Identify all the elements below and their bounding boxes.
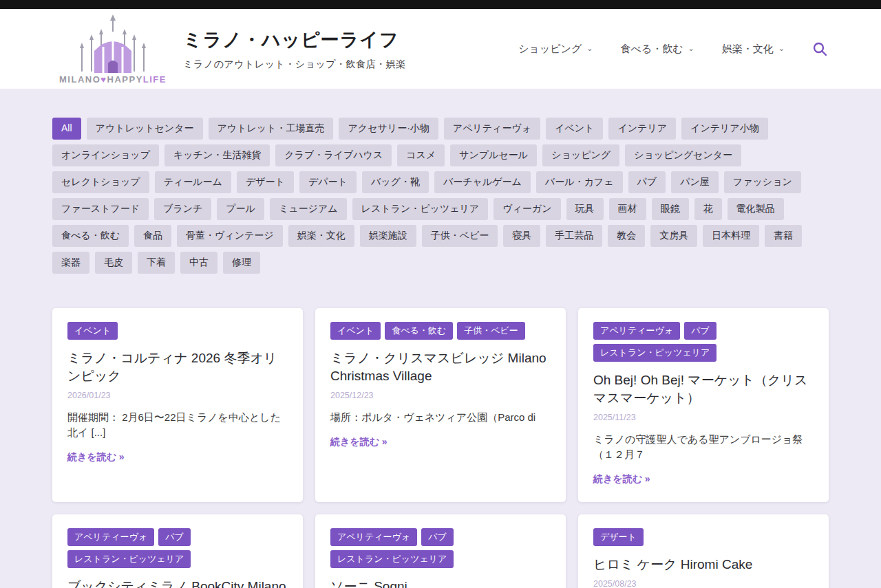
filter-chip[interactable]: ファッション [724,171,801,193]
filter-chip[interactable]: 毛皮 [95,252,132,274]
filter-chip[interactable]: インテリア小物 [681,118,768,140]
post-card: イベント ミラノ・コルティナ 2026 冬季オリンピック 2026/01/23 … [52,308,303,502]
filter-chip[interactable]: アペリティーヴォ [444,118,540,140]
post-tag[interactable]: アペリティーヴォ [67,528,154,546]
filter-chip[interactable]: サンプルセール [450,144,537,166]
post-title[interactable]: ミラノ・クリスマスビレッジ Milano Christmas Village [330,349,551,384]
read-more-link[interactable]: 続きを読む » [67,451,125,464]
filter-chip[interactable]: クラブ・ライブハウス [275,144,392,166]
post-tag[interactable]: レストラン・ピッツェリア [67,550,191,568]
filter-chip[interactable]: 下着 [138,252,175,274]
post-date: 2025/11/23 [593,413,636,422]
filter-chip[interactable]: 手工芸品 [546,225,602,247]
filter-chip[interactable]: ブランチ [154,198,211,220]
filter-chip[interactable]: 画材 [609,198,646,220]
post-title[interactable]: ヒロミ ケーク Hiromi Cake [593,556,752,574]
filter-chip[interactable]: バール・カフェ [536,171,623,193]
filter-chip[interactable]: 玩具 [566,198,604,220]
filter-chip[interactable]: イベント [546,118,603,140]
post-date: 2025/08/23 [593,579,637,588]
post-tag[interactable]: 食べる・飲む [385,322,453,340]
chevron-down-icon: ⌄ [778,44,785,52]
post-tag[interactable]: レストラン・ピッツェリア [330,550,454,568]
filter-chip[interactable]: アウトレットセンター [87,118,203,140]
nav-item-label: 食べる・飲む [621,43,683,54]
read-more-link[interactable]: 続きを読む » [330,436,388,448]
filter-chip[interactable]: アクセサリー·小物 [339,118,438,140]
post-tag[interactable]: パブ [421,528,454,546]
filter-chip[interactable]: 花 [694,198,722,220]
filter-chip[interactable]: デパート [299,171,357,193]
filter-chip[interactable]: ショッピング [542,144,619,166]
nav-item[interactable]: 娯楽・文化⌄ [722,43,785,56]
filter-chip[interactable]: ヴィーガン [493,198,560,220]
search-button[interactable] [812,41,827,56]
filter-chip[interactable]: パブ [628,171,666,193]
filter-chip[interactable]: 娯楽・文化 [288,225,354,247]
duomo-cathedral-icon [72,14,153,73]
filter-chip[interactable]: 娯楽施設 [360,225,416,247]
filter-chip[interactable]: 寝具 [503,225,540,247]
filter-chip[interactable]: 食べる・飲む [52,225,129,247]
filter-chip[interactable]: 文房具 [650,225,697,247]
nav-item[interactable]: 食べる・飲む⌄ [621,43,694,56]
filter-chip[interactable]: 書籍 [765,225,802,247]
filter-chip[interactable]: オンラインショップ [52,144,159,166]
filter-chip[interactable]: ファーストフード [52,198,149,220]
post-title[interactable]: ソーニ Sogni [330,578,407,588]
post-tag[interactable]: パブ [684,322,717,340]
filter-chip[interactable]: 骨董・ヴィンテージ [177,225,283,247]
filter-chip[interactable]: 電化製品 [728,198,784,220]
filter-chip[interactable]: バッグ・靴 [362,171,429,193]
post-excerpt: ミラノの守護聖人である聖アンブロージョ祭（１２月７ [593,432,814,462]
filter-chip[interactable]: 教会 [608,225,645,247]
filter-chip[interactable]: All [52,118,81,140]
filter-chip[interactable]: 眼鏡 [652,198,689,220]
filter-chip[interactable]: 子供・ベビー [422,225,498,247]
post-title[interactable]: ミラノ・コルティナ 2026 冬季オリンピック [67,349,288,384]
post-tag[interactable]: イベント [67,322,118,340]
filter-chip[interactable]: デザート [237,171,294,193]
logo-wordmark: MILANO♥HAPPYLIFE [59,74,167,85]
filter-chip[interactable]: コスメ [397,144,445,166]
filter-chip[interactable]: レストラン・ピッツェリア [352,198,489,220]
post-excerpt: 場所：ポルタ・ヴェネツィア公園（Parco di [330,410,535,425]
top-black-bar [0,0,881,9]
post-tag[interactable]: 子供・ベビー [457,322,525,340]
filter-chip[interactable]: パン屋 [671,171,719,193]
post-tags: イベント [67,322,118,340]
post-tag[interactable]: デザート [593,528,644,546]
filter-chip[interactable]: インテリア [608,118,676,140]
post-tags: アペリティーヴォパブレストラン・ピッツェリア [67,528,288,568]
post-title[interactable]: Oh Bej! Oh Bej! マーケット（クリスマスマーケット） [593,371,814,406]
post-tag[interactable]: イベント [330,322,381,340]
post-card: デザート ヒロミ ケーク Hiromi Cake 2025/08/23 ローマ発… [578,514,829,588]
chevron-down-icon: ⌄ [586,44,593,52]
post-tag[interactable]: パブ [158,528,191,546]
filter-chip[interactable]: アウトレット・工場直売 [209,118,334,140]
filter-chip[interactable]: 楽器 [52,252,89,274]
post-card: アペリティーヴォパブレストラン・ピッツェリア Oh Bej! Oh Bej! マ… [578,308,829,502]
filter-chip[interactable]: 日本料理 [703,225,759,247]
filter-chip[interactable]: プール [217,198,264,220]
post-tag[interactable]: アペリティーヴォ [593,322,680,340]
nav-item[interactable]: ショッピング⌄ [518,43,593,56]
filter-chip[interactable]: セレクトショップ [52,171,149,193]
site-title[interactable]: ミラノ・ハッピーライフ [183,28,406,52]
post-card: アペリティーヴォパブレストラン・ピッツェリア ブックシティミラノ BookCit… [52,514,303,588]
filter-chip[interactable]: キッチン・生活雑貨 [164,144,270,166]
post-title[interactable]: ブックシティミラノ BookCity Milano [67,578,286,588]
post-tag[interactable]: レストラン・ピッツェリア [593,344,717,362]
post-tags: イベント食べる・飲む子供・ベビー [330,322,525,340]
filter-chip[interactable]: バーチャルゲーム [434,171,531,193]
read-more-link[interactable]: 続きを読む » [593,473,650,486]
post-tag[interactable]: アペリティーヴォ [330,528,417,546]
post-tags: アペリティーヴォパブレストラン・ピッツェリア [593,322,814,362]
filter-chip[interactable]: ショッピングセンター [625,144,741,166]
filter-chip[interactable]: 食品 [134,225,171,247]
site-logo[interactable]: MILANO♥HAPPYLIFE [58,14,168,85]
filter-chip[interactable]: ミュージアム [270,198,347,220]
filter-chip[interactable]: 中古 [180,252,217,274]
filter-chip[interactable]: 修理 [223,252,260,274]
filter-chip[interactable]: ティールーム [155,171,231,193]
